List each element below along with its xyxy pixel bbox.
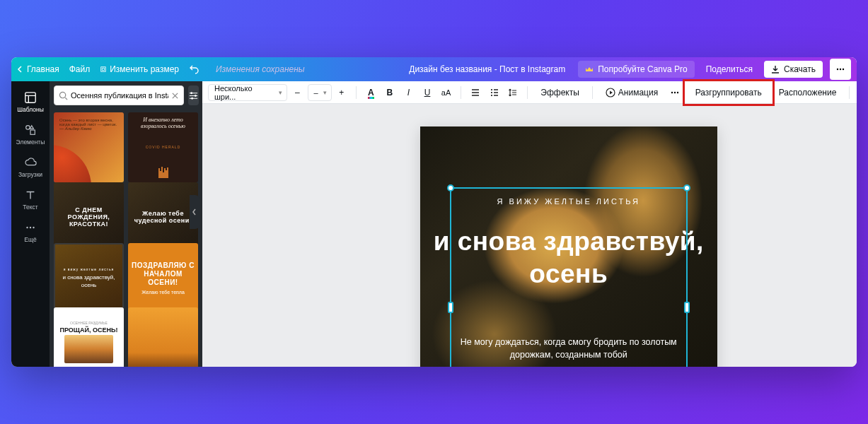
- template-item[interactable]: ОСЕННЕЕ РАЗДУМЬЕ ПРОЩАЙ, ОСЕНЬ!: [54, 307, 124, 367]
- svg-point-1: [840, 69, 841, 70]
- svg-point-18: [674, 91, 676, 93]
- canvas-viewport[interactable]: Я ВИЖУ ЖЕЛТЫЕ ЛИСТЬЯ и снова здравствуй,…: [202, 104, 857, 367]
- panel-collapse-handle[interactable]: [190, 195, 199, 229]
- template-item[interactable]: Осень — это вторая весна, когда каждый л…: [54, 112, 124, 182]
- svg-point-0: [837, 69, 838, 70]
- svg-point-11: [195, 95, 197, 97]
- download-button[interactable]: Скачать: [764, 61, 823, 78]
- spacing-icon: [508, 88, 518, 98]
- list-button[interactable]: [485, 83, 503, 102]
- share-button[interactable]: Поделиться: [706, 64, 753, 74]
- sliders-icon: [188, 90, 199, 101]
- svg-point-19: [677, 91, 678, 93]
- workspace: Шаблоны Элементы Загрузки Текст Ещё: [11, 81, 857, 367]
- svg-point-13: [491, 89, 492, 90]
- svg-point-9: [59, 92, 65, 98]
- svg-point-14: [491, 92, 492, 93]
- bold-button[interactable]: B: [381, 83, 399, 102]
- file-menu[interactable]: Файл: [69, 64, 91, 74]
- home-link[interactable]: Главная: [17, 64, 59, 74]
- svg-point-10: [190, 92, 192, 94]
- rail-text[interactable]: Текст: [11, 183, 50, 216]
- resize-icon: [100, 66, 107, 73]
- template-item[interactable]: И внезапно лето взорвалось осенью COVID …: [128, 112, 198, 182]
- rail-more[interactable]: Ещё: [11, 216, 50, 248]
- list-icon: [490, 88, 499, 98]
- search-input[interactable]: [71, 91, 168, 100]
- filter-button[interactable]: [188, 86, 199, 105]
- undo-button[interactable]: [189, 64, 200, 75]
- download-icon: [771, 65, 780, 73]
- templates-panel: Осень — это вторая весна, когда каждый л…: [50, 81, 202, 367]
- template-search[interactable]: [54, 86, 184, 105]
- top-bar: Главная Файл Изменить размер Изменения с…: [11, 57, 857, 81]
- clear-icon[interactable]: [171, 92, 179, 100]
- elements-icon: [24, 124, 37, 136]
- template-grid: Осень — это вторая весна, когда каждый л…: [50, 110, 202, 367]
- svg-point-7: [30, 226, 31, 228]
- rail-uploads[interactable]: Загрузки: [11, 151, 50, 183]
- toolbar-more[interactable]: [666, 83, 684, 102]
- play-icon: [606, 88, 615, 98]
- underline-button[interactable]: U: [419, 83, 436, 102]
- svg-point-2: [843, 69, 844, 70]
- rail-elements[interactable]: Элементы: [11, 118, 50, 151]
- svg-rect-5: [30, 130, 35, 134]
- undo-icon: [189, 64, 200, 75]
- more-icon: [24, 221, 37, 234]
- app-window: Главная Файл Изменить размер Изменения с…: [11, 57, 857, 367]
- cloud-icon: [24, 156, 37, 169]
- spacing-button[interactable]: [504, 83, 522, 102]
- search-icon: [59, 91, 68, 100]
- svg-point-8: [33, 226, 34, 228]
- crown-icon: [585, 65, 594, 73]
- dots-icon: [835, 64, 845, 74]
- document-title[interactable]: Дизайн без названия - Пост в Instagram: [409, 64, 565, 74]
- template-item[interactable]: С ДНЕМ РОЖДЕНИЯ, КРАСОТКА!: [54, 182, 124, 252]
- editor-toolbar: Несколько шри... – – + A B I U aA Эффект…: [202, 81, 857, 104]
- template-item[interactable]: Желаю тебе чудесной осени!: [128, 182, 198, 252]
- rail-templates[interactable]: Шаблоны: [11, 86, 50, 118]
- resize-handle[interactable]: [684, 302, 690, 313]
- font-size-select[interactable]: –: [308, 84, 332, 101]
- svg-rect-3: [25, 92, 35, 102]
- case-button[interactable]: aA: [437, 83, 455, 102]
- chevron-left-icon: [192, 208, 197, 216]
- svg-point-4: [26, 125, 30, 129]
- resize-handle[interactable]: [448, 302, 453, 313]
- text-color-button[interactable]: A: [362, 83, 380, 102]
- svg-point-6: [26, 226, 28, 228]
- side-rail: Шаблоны Элементы Загрузки Текст Ещё: [11, 81, 50, 367]
- transparency-button[interactable]: [855, 83, 857, 102]
- selection-box[interactable]: [450, 187, 688, 367]
- template-item[interactable]: ПОЗДРАВЛЯЮ С НАЧАЛОМ ОСЕНИ! Желаю тебе т…: [128, 243, 198, 313]
- font-family-select[interactable]: Несколько шри...: [208, 84, 287, 101]
- resize-menu[interactable]: Изменить размер: [100, 64, 179, 74]
- save-status: Изменения сохранены: [216, 64, 305, 74]
- align-icon: [470, 88, 480, 98]
- canvas-area: Несколько шри... – – + A B I U aA Эффект…: [202, 81, 857, 367]
- template-item[interactable]: [128, 307, 198, 367]
- templates-icon: [24, 91, 37, 104]
- align-button[interactable]: [467, 83, 485, 102]
- font-size-increase[interactable]: +: [333, 83, 351, 102]
- ungroup-button[interactable]: Разгруппировать: [687, 81, 770, 104]
- svg-point-12: [191, 97, 193, 99]
- home-label: Главная: [27, 64, 59, 74]
- more-menu-button[interactable]: [830, 59, 851, 80]
- font-size-decrease[interactable]: –: [289, 83, 306, 102]
- template-item[interactable]: я вижу желтые листья и снова здравствуй,…: [54, 243, 124, 313]
- dots-icon: [670, 88, 680, 98]
- animate-button[interactable]: Анимация: [598, 83, 665, 102]
- italic-button[interactable]: I: [400, 83, 417, 102]
- text-icon: [24, 189, 37, 201]
- resize-handle[interactable]: [447, 184, 454, 192]
- position-button[interactable]: Расположение: [772, 83, 844, 102]
- svg-point-17: [671, 91, 673, 93]
- svg-point-15: [491, 95, 492, 96]
- resize-handle[interactable]: [683, 184, 690, 192]
- try-pro-button[interactable]: Попробуйте Canva Pro: [578, 61, 695, 78]
- design-canvas[interactable]: Я ВИЖУ ЖЕЛТЫЕ ЛИСТЬЯ и снова здравствуй,…: [420, 126, 717, 367]
- effects-button[interactable]: Эффекты: [533, 83, 586, 102]
- chevron-left-icon: [17, 66, 24, 73]
